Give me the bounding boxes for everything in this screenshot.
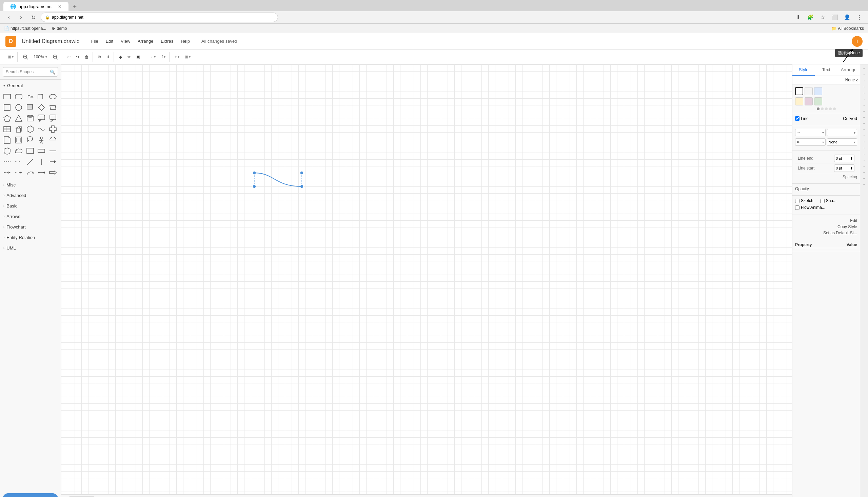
shape-shield[interactable] bbox=[2, 146, 12, 156]
edge-arrow-17[interactable]: → bbox=[861, 164, 868, 169]
bookmark-demo[interactable]: ⚙ demo bbox=[52, 26, 67, 31]
stroke-color-btn[interactable]: ✏ bbox=[125, 52, 133, 62]
category-advanced-header[interactable]: › Advanced bbox=[0, 191, 61, 200]
view-btn[interactable]: ⊞ ▾ bbox=[5, 52, 16, 62]
menu-edit[interactable]: Edit bbox=[102, 37, 117, 45]
collapse-left-btn[interactable]: ‹ bbox=[856, 77, 858, 83]
category-flowchart-header[interactable]: › Flowchart bbox=[0, 223, 61, 231]
zoom-out-btn[interactable] bbox=[50, 52, 60, 62]
shape-page[interactable] bbox=[2, 135, 12, 145]
shape-curve[interactable] bbox=[25, 168, 35, 178]
stepper-up[interactable]: ⬍ bbox=[850, 157, 853, 160]
shape-person[interactable] bbox=[36, 135, 46, 145]
waypoints-btn[interactable]: ⤴ ▾ bbox=[159, 52, 168, 62]
shape-table[interactable] bbox=[2, 124, 12, 134]
swatch-light-yellow[interactable] bbox=[795, 97, 803, 105]
conn-none-dropdown[interactable]: None ▾ bbox=[827, 138, 857, 146]
delete-btn[interactable]: 🗑 bbox=[82, 52, 91, 62]
menu-extras[interactable]: Extras bbox=[157, 37, 177, 45]
edge-arrow-12[interactable]: → bbox=[861, 133, 868, 138]
shape-dots[interactable] bbox=[14, 157, 24, 167]
address-bar[interactable]: 🔒 app.diagrams.net bbox=[41, 13, 278, 22]
shape-square[interactable] bbox=[2, 102, 12, 113]
reload-btn[interactable]: ↻ bbox=[28, 13, 38, 22]
shadow-checkbox[interactable] bbox=[820, 199, 825, 203]
bookmark-openai[interactable]: 📄 https://chat.opena... bbox=[4, 26, 46, 31]
menu-help[interactable]: Help bbox=[177, 37, 193, 45]
shape-dashes[interactable] bbox=[2, 157, 12, 167]
bookmark-icon[interactable]: ☆ bbox=[818, 13, 827, 22]
shape-rounded-rect[interactable] bbox=[14, 91, 24, 102]
shape-dot-arrow[interactable] bbox=[14, 168, 24, 178]
shape-callout[interactable] bbox=[48, 113, 58, 124]
edge-arrow-11[interactable]: → bbox=[861, 127, 868, 132]
line-start-input[interactable]: 0 pt ⬍ bbox=[834, 165, 854, 172]
profile-icon[interactable]: 👤 bbox=[842, 13, 852, 22]
copy-style-btn[interactable]: Copy Style bbox=[838, 224, 857, 229]
shape-cylinder[interactable] bbox=[25, 113, 35, 124]
shape-diagonal[interactable] bbox=[25, 157, 35, 167]
tab-text[interactable]: Text bbox=[815, 65, 837, 75]
shape-wide-rect[interactable] bbox=[36, 146, 46, 156]
new-tab-btn[interactable]: + bbox=[70, 2, 79, 11]
edge-arrow-19[interactable]: → bbox=[861, 175, 868, 181]
shape-wave[interactable] bbox=[36, 124, 46, 134]
zoom-in-btn[interactable] bbox=[20, 52, 30, 62]
edge-arrow-10[interactable]: → bbox=[861, 121, 868, 126]
line-end-input[interactable]: 0 pt ⬍ bbox=[834, 155, 854, 162]
shadow-btn[interactable]: ▣ bbox=[134, 52, 142, 62]
insert-btn[interactable]: + ▾ bbox=[172, 52, 182, 62]
edge-arrow-8[interactable]: → bbox=[861, 109, 868, 114]
fill-color-btn[interactable]: ◆ bbox=[117, 52, 125, 62]
edge-arrow-18[interactable]: → bbox=[861, 170, 868, 175]
shape-pentagon[interactable] bbox=[2, 113, 12, 124]
shape-dash-arrow[interactable] bbox=[2, 168, 12, 178]
swatch-light-blue[interactable] bbox=[814, 87, 822, 95]
shadow-checkbox-label[interactable]: Sha... bbox=[820, 198, 837, 203]
swatch-light-green[interactable] bbox=[814, 97, 822, 105]
edge-arrow-5[interactable]: → bbox=[861, 90, 868, 96]
category-arrows-header[interactable]: › Arrows bbox=[0, 212, 61, 221]
dot-4[interactable] bbox=[829, 108, 832, 110]
edge-arrow-1[interactable]: → bbox=[861, 66, 868, 71]
swatch-light-gray[interactable] bbox=[805, 87, 813, 95]
connector-btn[interactable]: → ▾ bbox=[147, 52, 158, 62]
back-btn[interactable]: ‹ bbox=[4, 13, 14, 22]
edge-arrow-15[interactable]: → bbox=[861, 151, 868, 157]
shape-hexagon[interactable] bbox=[25, 124, 35, 134]
extensions-icon[interactable]: 🧩 bbox=[806, 13, 815, 22]
shape-rect[interactable] bbox=[2, 91, 12, 102]
shape-block-arrow[interactable] bbox=[48, 168, 58, 178]
shape-shadow-rect[interactable] bbox=[25, 102, 35, 113]
canvas-area[interactable]: ≡ Page-1 ▾ + bbox=[61, 65, 792, 497]
zoom-percent[interactable]: 100% ▾ bbox=[31, 52, 49, 62]
menu-file[interactable]: File bbox=[88, 37, 102, 45]
edit-btn[interactable]: Edit bbox=[850, 218, 857, 223]
shape-vert-line[interactable] bbox=[36, 157, 46, 167]
flow-anim-label[interactable]: Flow Anima... bbox=[795, 205, 825, 210]
swatch-light-pink[interactable] bbox=[805, 97, 813, 105]
line-style-dropdown[interactable]: —— ▾ bbox=[827, 129, 857, 136]
edge-arrow-3[interactable]: → bbox=[861, 78, 868, 83]
edge-arrow-7[interactable]: → bbox=[861, 102, 868, 108]
shape-text[interactable]: Text bbox=[25, 91, 35, 102]
shape-horizontal-line[interactable] bbox=[48, 146, 58, 156]
shape-parallelogram[interactable] bbox=[48, 102, 58, 113]
sidebar-icon[interactable]: ⬜ bbox=[830, 13, 840, 22]
dot-2[interactable] bbox=[821, 108, 824, 110]
active-tab[interactable]: 🌐 app.diagrams.net ✕ bbox=[3, 2, 69, 11]
category-general-header[interactable]: ▾ General bbox=[0, 81, 61, 90]
edge-arrow-6[interactable]: → bbox=[861, 96, 868, 102]
undo-btn[interactable]: ↩ bbox=[65, 52, 73, 62]
conn-edit-dropdown[interactable]: ✏ ▾ bbox=[795, 138, 826, 146]
edge-arrow-4[interactable]: → bbox=[861, 84, 868, 89]
shape-diamond[interactable] bbox=[36, 102, 46, 113]
swatch-white[interactable] bbox=[795, 87, 803, 95]
category-misc-header[interactable]: › Misc bbox=[0, 180, 61, 189]
line-checkbox[interactable] bbox=[795, 116, 799, 121]
edge-arrow-9[interactable]: → bbox=[861, 115, 868, 120]
edge-arrow-20[interactable]: → bbox=[861, 182, 868, 187]
edge-arrow-16[interactable]: → bbox=[861, 157, 868, 163]
table-btn[interactable]: ⊞ ▾ bbox=[182, 52, 193, 62]
shape-double-arrow[interactable] bbox=[36, 168, 46, 178]
